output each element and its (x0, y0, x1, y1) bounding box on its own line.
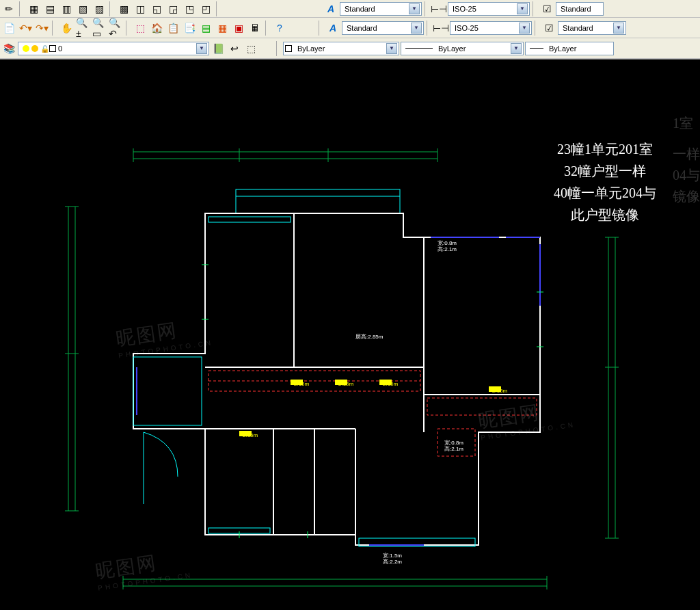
separator (216, 1, 220, 16)
separator (109, 1, 113, 16)
separator (425, 1, 429, 16)
dropdown-arrow-icon[interactable]: ▼ (411, 23, 422, 34)
drawing-canvas[interactable]: 23幢1单元201室 32幢户型一样 40幢一单元204与 此户型镜像 1室 一… (0, 59, 700, 596)
ghost-annotation: 1室 一样 04与 镜像 (673, 114, 700, 206)
dim-style-icon[interactable]: ⊢⊣ (431, 1, 446, 16)
layer-tool-icon[interactable]: ⬚ (243, 41, 258, 56)
text-style-combo[interactable]: Standard ▼ (342, 21, 424, 35)
zoom-window-icon[interactable]: 🔍▭ (92, 21, 107, 36)
dropdown-arrow-icon[interactable]: ▼ (519, 23, 530, 34)
table-style-value: Standard (558, 5, 594, 13)
tool-icon[interactable]: ◳ (182, 1, 197, 16)
linetype-preview-icon (405, 48, 433, 49)
toolbar-row-2: 📄 ↶▾ ↷▾ ✋ 🔍± 🔍▭ 🔍↶ ⬚ 🏠 📋 📑 ▤ ▦ ▣ 🖩 ? A S… (0, 18, 700, 38)
dropdown-arrow-icon[interactable]: ▼ (511, 43, 522, 54)
layer-combo[interactable]: 🔓 0 ▼ (18, 42, 209, 55)
tool-icon[interactable]: ▣ (231, 21, 246, 36)
layer-value: 🔓 0 (20, 44, 65, 53)
sun-icon (31, 45, 38, 52)
table-style-combo[interactable]: Standard ▼ (558, 21, 626, 35)
quickcalc-icon[interactable]: ▦ (215, 21, 230, 36)
table-style-icon[interactable]: ☑ (541, 21, 556, 36)
new-icon[interactable]: 📄 (1, 21, 16, 36)
annotation-icon[interactable]: ✏ (1, 1, 16, 16)
tool-icon[interactable]: ▤ (42, 1, 57, 16)
tool-icon[interactable]: ◫ (133, 1, 148, 16)
markup-icon[interactable]: ▤ (198, 21, 213, 36)
annotation-line: 此户型镜像 (520, 204, 690, 226)
tool-icon[interactable]: ◰ (198, 1, 213, 16)
tool-icon[interactable]: ◱ (149, 1, 164, 16)
tool-icon[interactable]: ▩ (116, 1, 131, 16)
annotation-line: 32幢户型一样 (520, 160, 690, 182)
separator (19, 1, 23, 16)
dimension-label: 2.15m (294, 381, 309, 387)
pan-icon[interactable]: ✋ (59, 21, 74, 36)
dim-style-icon[interactable]: ⊢⊣ (433, 21, 448, 36)
dimension-label: 高:2.1m (444, 445, 463, 453)
dropdown-arrow-icon[interactable]: ▼ (196, 43, 207, 54)
design-center-icon[interactable]: 🏠 (149, 21, 164, 36)
layer-properties-icon[interactable]: 📚 (1, 41, 16, 56)
table-style-value: Standard (560, 24, 596, 32)
layer-states-icon[interactable]: 📗 (211, 41, 226, 56)
tool-palettes-icon[interactable]: 📋 (165, 21, 180, 36)
lineweight-value: ByLayer (546, 44, 579, 53)
svg-rect-42 (427, 398, 537, 415)
separator (533, 1, 537, 16)
annotation-line: 23幢1单元201室 (520, 138, 690, 160)
undo-icon[interactable]: ↶▾ (18, 21, 33, 36)
dimension-label: 高:2.1m (438, 246, 457, 253)
redo-icon[interactable]: ↷▾ (34, 21, 49, 36)
linetype-value: ByLayer (435, 44, 468, 53)
text-style-value: Standard (344, 24, 380, 32)
toolbar-row-1: ✏ ▦ ▤ ▥ ▧ ▨ ▩ ◫ ◱ ◲ ◳ ◰ A Standard ▼ ⊢⊣ … (0, 0, 700, 18)
separator (265, 21, 269, 36)
tool-icon[interactable]: ▥ (59, 1, 74, 16)
lineweight-combo[interactable]: ByLayer (525, 42, 614, 55)
dimension-label: 高:2.2m (383, 558, 402, 566)
help-icon[interactable]: ? (272, 21, 287, 36)
text-style-icon[interactable]: A (325, 21, 340, 36)
tool-icon[interactable]: ◲ (165, 1, 180, 16)
zoom-previous-icon[interactable]: 🔍↶ (108, 21, 123, 36)
tool-icon[interactable]: ▧ (75, 1, 90, 16)
dim-style-combo[interactable]: ISO-25 ▼ (448, 2, 530, 16)
separator (427, 21, 431, 36)
svg-rect-20 (236, 189, 400, 213)
toolbar-area: ✏ ▦ ▤ ▥ ▧ ▨ ▩ ◫ ◱ ◲ ◳ ◰ A Standard ▼ ⊢⊣ … (0, 0, 700, 59)
color-swatch-icon (49, 45, 56, 52)
dimension-label: 2.15m (492, 388, 507, 394)
text-style-icon[interactable]: A (323, 1, 338, 16)
dim-style-combo[interactable]: ISO-25 ▼ (450, 21, 532, 35)
lineweight-preview-icon (530, 48, 543, 49)
tool-icon[interactable]: ▦ (26, 1, 41, 16)
sheet-set-icon[interactable]: 📑 (182, 21, 197, 36)
drawing-annotation: 23幢1单元201室 32幢户型一样 40幢一单元204与 此户型镜像 (520, 138, 690, 226)
color-swatch-icon (285, 45, 292, 52)
dropdown-arrow-icon[interactable]: ▼ (613, 23, 624, 34)
dimension-label: 2.15m (383, 381, 398, 387)
layer-name: 0 (58, 44, 62, 53)
dim-style-value: ISO-25 (450, 5, 479, 13)
dimension-label: 2.15m (243, 432, 258, 438)
lock-icon: 🔓 (40, 45, 47, 52)
color-combo[interactable]: ByLayer ▼ (283, 42, 399, 55)
dropdown-arrow-icon[interactable]: ▼ (517, 3, 528, 14)
zoom-realtime-icon[interactable]: 🔍± (75, 21, 90, 36)
svg-rect-36 (133, 357, 202, 425)
table-style-combo[interactable]: Standard (556, 2, 604, 16)
text-style-combo[interactable]: Standard ▼ (340, 2, 422, 16)
properties-icon[interactable]: ⬚ (133, 21, 148, 36)
dropdown-arrow-icon[interactable]: ▼ (409, 3, 420, 14)
layer-previous-icon[interactable]: ↩ (227, 41, 242, 56)
svg-rect-35 (208, 217, 291, 222)
calc-icon[interactable]: 🖩 (247, 21, 262, 36)
separator (52, 21, 56, 36)
dimension-label: 2.15m (338, 381, 353, 387)
tool-icon[interactable]: ▨ (92, 1, 107, 16)
separator (126, 21, 130, 36)
dropdown-arrow-icon[interactable]: ▼ (386, 43, 397, 54)
table-style-icon[interactable]: ☑ (539, 1, 554, 16)
linetype-combo[interactable]: ByLayer ▼ (401, 42, 524, 55)
